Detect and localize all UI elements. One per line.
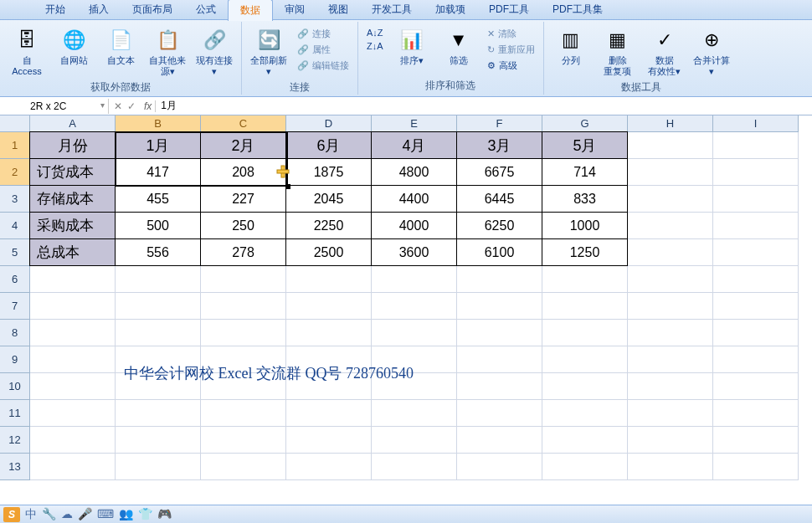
tab-插入[interactable]: 插入 xyxy=(77,0,121,20)
cell[interactable]: 2月 xyxy=(200,131,286,159)
rowhead-3[interactable]: 3 xyxy=(0,186,30,213)
cell[interactable] xyxy=(542,427,628,454)
cell[interactable] xyxy=(457,427,542,454)
cell[interactable] xyxy=(457,266,542,293)
colhead-G[interactable]: G xyxy=(542,115,628,132)
rowhead-2[interactable]: 2 xyxy=(0,159,30,186)
status-icon-4[interactable]: ⌨ xyxy=(97,507,114,522)
cell[interactable]: 6100 xyxy=(456,238,542,266)
tab-PDF工具集[interactable]: PDF工具集 xyxy=(541,0,614,20)
cell[interactable] xyxy=(286,400,372,427)
cell[interactable] xyxy=(628,239,713,266)
conn-0[interactable]: 🔗连接 xyxy=(294,27,352,41)
cell[interactable] xyxy=(30,400,116,427)
cell[interactable] xyxy=(542,373,628,400)
cell[interactable]: 1月 xyxy=(115,131,201,159)
cell[interactable] xyxy=(201,400,286,427)
cell[interactable] xyxy=(628,454,713,480)
tab-页面布局[interactable]: 页面布局 xyxy=(121,0,184,20)
cell[interactable]: 存储成本 xyxy=(29,185,116,213)
cell[interactable]: 4800 xyxy=(371,158,457,186)
cell[interactable] xyxy=(628,400,713,427)
cell[interactable] xyxy=(116,400,201,427)
colhead-I[interactable]: I xyxy=(713,115,799,132)
status-icon-0[interactable]: 中 xyxy=(25,507,37,522)
cell[interactable] xyxy=(628,159,713,186)
cell[interactable]: 6445 xyxy=(456,185,542,213)
cell[interactable] xyxy=(286,320,372,346)
colhead-B[interactable]: B xyxy=(116,115,201,132)
cell[interactable] xyxy=(30,346,116,373)
cell[interactable]: 2045 xyxy=(285,185,372,213)
cell[interactable] xyxy=(372,400,457,427)
sogou-icon[interactable]: S xyxy=(3,507,20,522)
cell[interactable] xyxy=(30,373,116,400)
cell[interactable] xyxy=(628,186,713,213)
cell[interactable] xyxy=(116,320,201,346)
cell[interactable] xyxy=(628,427,713,454)
cell[interactable]: 采购成本 xyxy=(29,212,116,239)
cell[interactable] xyxy=(30,266,116,293)
colhead-C[interactable]: C xyxy=(201,115,286,132)
cell[interactable] xyxy=(713,400,799,427)
cell[interactable] xyxy=(628,373,713,400)
fill-handle[interactable] xyxy=(285,184,290,189)
cell[interactable]: 1875 xyxy=(285,158,372,186)
colhead-D[interactable]: D xyxy=(286,115,372,132)
getdata-0[interactable]: 🗄自 Access xyxy=(5,25,49,79)
conn-1[interactable]: 🔗属性 xyxy=(294,43,352,57)
tab-加载项[interactable]: 加载项 xyxy=(424,0,477,20)
cell[interactable] xyxy=(542,320,628,346)
fx-icon[interactable]: fx xyxy=(141,100,156,112)
cell[interactable] xyxy=(713,320,799,346)
status-icon-5[interactable]: 👥 xyxy=(119,507,133,522)
cell[interactable]: 2500 xyxy=(285,238,372,266)
cell[interactable] xyxy=(30,427,116,454)
cell[interactable] xyxy=(628,213,713,239)
cell[interactable] xyxy=(116,454,201,480)
cell[interactable]: 订货成本 xyxy=(29,158,116,186)
colhead-H[interactable]: H xyxy=(628,115,713,132)
cell[interactable] xyxy=(713,159,799,186)
cell[interactable] xyxy=(30,293,116,320)
cell[interactable] xyxy=(542,293,628,320)
cell[interactable] xyxy=(372,266,457,293)
tab-数据[interactable]: 数据 xyxy=(228,0,273,21)
cell[interactable]: 455 xyxy=(115,185,201,213)
cell[interactable] xyxy=(116,266,201,293)
status-icon-1[interactable]: 🔧 xyxy=(42,507,56,522)
rowhead-6[interactable]: 6 xyxy=(0,266,30,293)
filter-button[interactable]: ▼ 筛选 xyxy=(437,25,481,68)
cell[interactable] xyxy=(542,266,628,293)
conn-2[interactable]: 🔗编辑链接 xyxy=(294,59,352,73)
cell[interactable]: 总成本 xyxy=(29,238,116,266)
cell[interactable] xyxy=(286,266,372,293)
getdata-2[interactable]: 📄自文本 xyxy=(99,25,142,68)
cell[interactable] xyxy=(457,454,542,480)
sort-za-button[interactable]: Z↓A xyxy=(363,40,387,52)
rowhead-10[interactable]: 10 xyxy=(0,373,30,400)
cell[interactable] xyxy=(628,346,713,373)
rowhead-7[interactable]: 7 xyxy=(0,293,30,320)
cell[interactable] xyxy=(116,293,201,320)
cell[interactable] xyxy=(457,373,542,400)
cell[interactable]: 556 xyxy=(115,238,201,266)
cell[interactable]: 208 xyxy=(200,158,286,186)
datatool-2[interactable]: ✓数据有效性▾ xyxy=(643,25,686,79)
cell[interactable]: 6675 xyxy=(456,158,542,186)
cell[interactable] xyxy=(457,320,542,346)
getdata-1[interactable]: 🌐自网站 xyxy=(52,25,95,68)
cell[interactable]: 278 xyxy=(200,238,286,266)
cell[interactable] xyxy=(713,293,799,320)
cell[interactable] xyxy=(542,454,628,480)
rowhead-12[interactable]: 12 xyxy=(0,427,30,454)
tab-开发工具[interactable]: 开发工具 xyxy=(360,0,424,20)
cell[interactable] xyxy=(628,132,713,159)
colhead-A[interactable]: A xyxy=(30,115,116,132)
status-icon-7[interactable]: 🎮 xyxy=(157,507,172,522)
cell[interactable] xyxy=(713,454,799,480)
cell[interactable]: 227 xyxy=(200,185,286,213)
cell[interactable]: 417 xyxy=(115,158,201,186)
cell[interactable] xyxy=(713,213,799,239)
name-box[interactable]: 2R x 2C xyxy=(25,99,109,114)
